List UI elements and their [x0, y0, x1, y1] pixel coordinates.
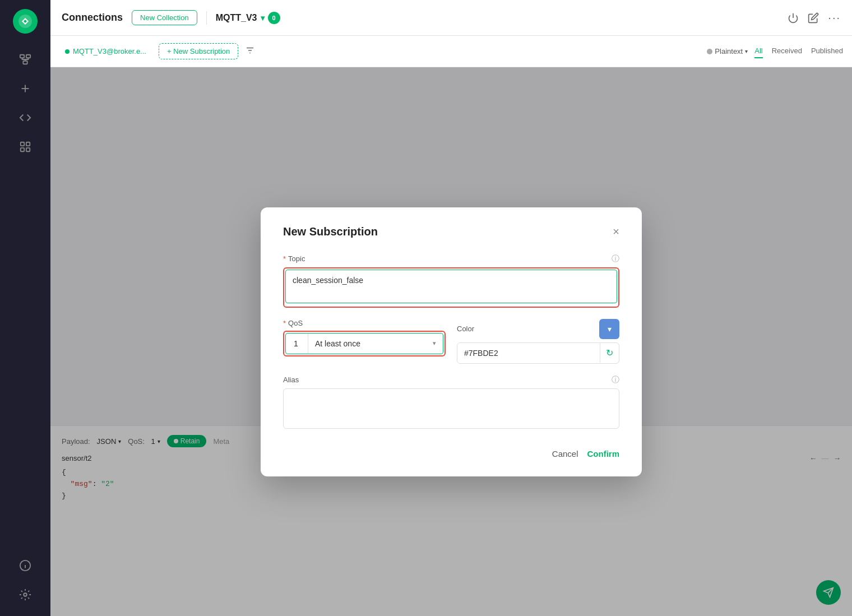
power-button[interactable]	[788, 12, 799, 24]
topic-info-icon: ⓘ	[612, 254, 619, 264]
modal-header: New Subscription ×	[283, 225, 619, 238]
connection-name-header: MQTT_V3 ▾ 0	[216, 12, 280, 24]
svg-rect-9	[21, 148, 24, 151]
qos-text-value: At least once ▾	[308, 334, 443, 354]
qos-number: 1	[286, 334, 308, 354]
qos-required-marker: *	[283, 319, 286, 327]
new-subscription-button[interactable]: + New Subscription	[159, 43, 238, 59]
filter-tabs: All Received Published	[754, 44, 843, 58]
sidebar-item-code[interactable]	[13, 105, 38, 130]
toolbar: MQTT_V3@broker.e... + New Subscription P…	[50, 36, 852, 67]
header-actions: ···	[788, 11, 841, 24]
color-hex-input[interactable]	[457, 343, 600, 363]
confirm-button[interactable]: Confirm	[587, 449, 620, 458]
qos-field-section: * QoS 1 At least once ▾	[283, 319, 446, 364]
connection-status-dot	[65, 49, 70, 54]
edit-button[interactable]	[808, 12, 819, 24]
modal-footer: Cancel Confirm	[283, 449, 619, 458]
color-input-row: ↻	[457, 342, 619, 364]
plaintext-button[interactable]: Plaintext ▾	[707, 47, 748, 55]
color-swatch-button[interactable]: ▾	[599, 319, 619, 339]
content-area: Payload: JSON ▾ QoS: 1 ▾ Retain Meta	[50, 67, 852, 616]
qos-label-row: * QoS	[283, 319, 446, 327]
connection-badge: 0	[268, 12, 280, 24]
color-refresh-button[interactable]: ↻	[600, 343, 619, 363]
alias-label-row: Alias ⓘ	[283, 375, 619, 385]
sidebar-item-info[interactable]	[13, 553, 38, 578]
chevron-down-icon: ▾	[261, 13, 265, 22]
header-divider	[206, 11, 207, 25]
qos-color-row: * QoS 1 At least once ▾	[283, 319, 619, 364]
svg-point-14	[24, 593, 27, 596]
qos-wrapper: 1 At least once ▾	[283, 331, 446, 356]
plaintext-status-dot	[707, 49, 712, 54]
app-logo	[13, 9, 38, 34]
topic-field-section: * Topic ⓘ clean_session_false	[283, 254, 619, 308]
sidebar-item-settings[interactable]	[13, 582, 38, 607]
topic-label-row: * Topic ⓘ	[283, 254, 619, 264]
topic-field-box: clean_session_false	[283, 267, 619, 308]
tab-received[interactable]: Received	[772, 44, 802, 58]
qos-dropdown-chevron: ▾	[433, 340, 436, 347]
plaintext-chevron: ▾	[745, 48, 748, 54]
new-subscription-modal: New Subscription × * Topic ⓘ clean_sessi…	[261, 207, 642, 476]
modal-close-button[interactable]: ×	[613, 226, 619, 237]
new-collection-button[interactable]: New Collection	[132, 10, 197, 25]
color-label: Color	[457, 325, 474, 333]
svg-rect-10	[26, 148, 30, 151]
tab-published[interactable]: Published	[811, 44, 843, 58]
connection-list-item[interactable]: MQTT_V3@broker.e...	[59, 44, 152, 59]
svg-rect-8	[26, 142, 30, 146]
svg-rect-1	[20, 55, 24, 58]
page-title: Connections	[62, 12, 123, 24]
svg-rect-7	[21, 142, 24, 146]
modal-overlay: New Subscription × * Topic ⓘ clean_sessi…	[50, 67, 852, 616]
color-swatch-chevron: ▾	[608, 325, 612, 334]
main-content: Connections New Collection MQTT_V3 ▾ 0 ·…	[50, 0, 852, 616]
filter-icon-button[interactable]	[245, 45, 255, 58]
qos-label: * QoS	[283, 319, 303, 327]
qos-select-row[interactable]: 1 At least once ▾	[285, 333, 443, 354]
alias-label: Alias	[283, 376, 299, 384]
sidebar-item-connections[interactable]	[13, 47, 38, 72]
svg-rect-3	[23, 61, 27, 64]
alias-input[interactable]	[283, 388, 619, 429]
sidebar-item-add[interactable]	[13, 76, 38, 101]
sidebar-item-data[interactable]	[13, 135, 38, 159]
alias-field-section: Alias ⓘ	[283, 375, 619, 431]
header-bar: Connections New Collection MQTT_V3 ▾ 0 ·…	[50, 0, 852, 36]
tab-all[interactable]: All	[754, 44, 762, 58]
toolbar-right: Plaintext ▾ All Received Published	[707, 44, 843, 58]
topic-input[interactable]: clean_session_false	[285, 270, 617, 303]
color-field-section: Color ▾ ↻	[457, 319, 619, 364]
modal-title: New Subscription	[283, 225, 378, 238]
topic-label: * Topic	[283, 254, 305, 263]
topic-required-marker: *	[283, 254, 286, 263]
color-label-row: Color ▾	[457, 319, 619, 339]
connection-label: MQTT_V3@broker.e...	[73, 47, 146, 55]
more-options-button[interactable]: ···	[828, 11, 841, 24]
svg-rect-2	[26, 55, 30, 58]
cancel-button[interactable]: Cancel	[552, 449, 578, 458]
alias-info-icon: ⓘ	[612, 375, 619, 385]
sidebar	[0, 0, 50, 616]
